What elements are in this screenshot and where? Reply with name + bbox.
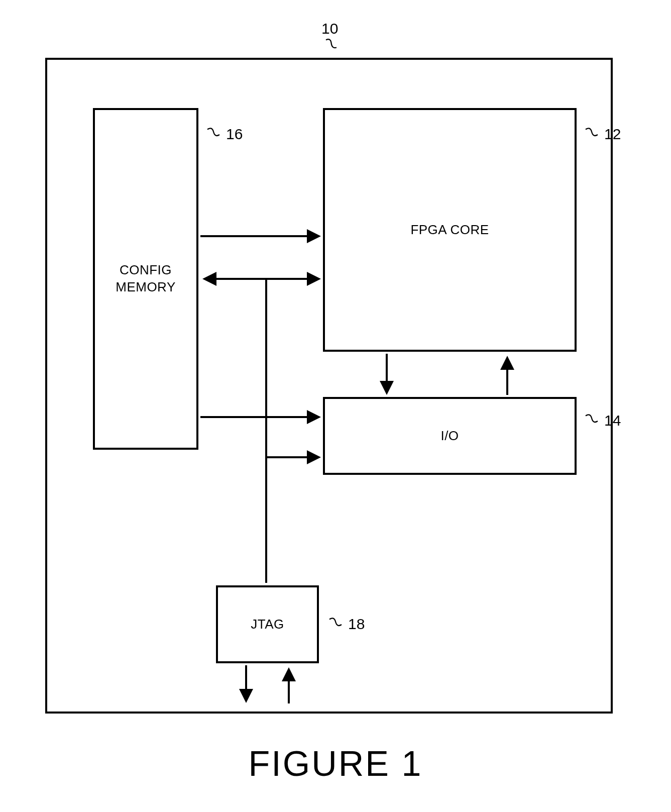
block-fpga-core: FPGA CORE <box>323 108 577 352</box>
label-io: I/O <box>440 428 459 445</box>
block-io: I/O <box>323 397 577 475</box>
label-fpga-core: FPGA CORE <box>410 222 489 239</box>
ref-io: 14 <box>604 412 621 429</box>
squiggle-outer <box>320 38 341 53</box>
ref-fpga-core: 12 <box>604 126 621 143</box>
block-config-memory: CONFIG MEMORY <box>93 108 198 450</box>
label-config-memory: CONFIG MEMORY <box>116 262 176 296</box>
diagram-container: 10 CONFIG MEMORY 16 FPGA CORE 12 I/O 14 … <box>0 0 671 812</box>
squiggle-fpga-core <box>582 126 602 141</box>
ref-config-memory: 16 <box>226 126 243 143</box>
block-jtag: JTAG <box>216 585 319 663</box>
squiggle-config-memory <box>203 126 223 141</box>
ref-jtag: 18 <box>348 616 365 633</box>
ref-outer: 10 <box>321 20 338 37</box>
squiggle-jtag <box>325 616 346 631</box>
label-jtag: JTAG <box>251 616 284 633</box>
squiggle-io <box>582 412 602 427</box>
figure-title: FIGURE 1 <box>0 744 671 784</box>
